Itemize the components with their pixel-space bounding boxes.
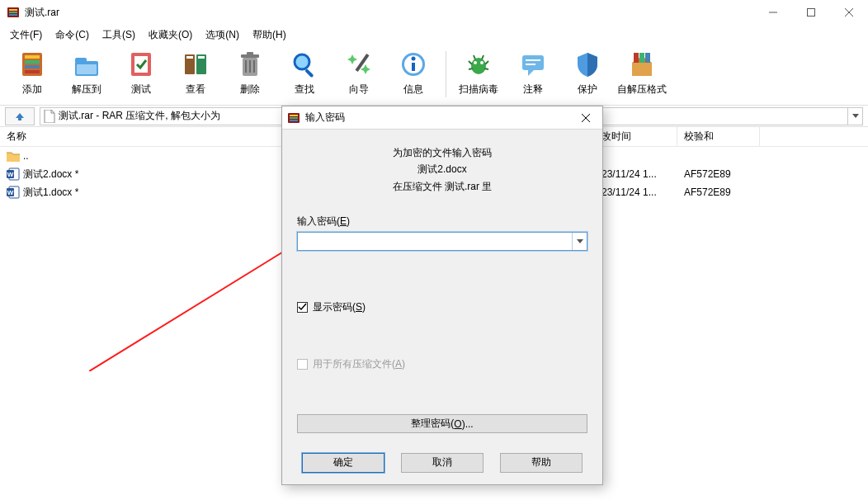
tool-label: 查找 bbox=[295, 83, 314, 97]
sfx-icon bbox=[627, 50, 657, 79]
menu-favorites[interactable]: 收藏夹(O) bbox=[142, 26, 199, 44]
maximize-button[interactable] bbox=[792, 0, 830, 25]
find-icon bbox=[290, 50, 319, 79]
tool-comment[interactable]: 注释 bbox=[506, 48, 560, 102]
password-input-wrap bbox=[297, 232, 587, 251]
tool-label: 添加 bbox=[22, 83, 42, 97]
nav-up-button[interactable] bbox=[5, 107, 35, 125]
file-crc-cell: AF572E89 bbox=[677, 168, 760, 180]
svg-rect-8 bbox=[25, 65, 40, 68]
svg-marker-29 bbox=[361, 64, 370, 74]
help-button[interactable]: 帮助 bbox=[500, 453, 583, 473]
col-mtime[interactable]: 改时间 bbox=[595, 127, 677, 146]
tool-label: 查看 bbox=[186, 83, 205, 97]
svg-rect-55 bbox=[290, 115, 298, 116]
all-archives-checkbox bbox=[297, 359, 308, 370]
menu-tools[interactable]: 工具(S) bbox=[96, 26, 142, 44]
dialog-close-button[interactable] bbox=[569, 106, 602, 130]
tool-protect[interactable]: 保护 bbox=[560, 48, 615, 102]
svg-rect-4 bbox=[808, 9, 815, 17]
dialog-titlebar: 输入密码 bbox=[282, 106, 602, 130]
comment-icon bbox=[518, 50, 548, 79]
organize-passwords-button[interactable]: 整理密码(O)... bbox=[297, 414, 587, 433]
show-password-row: 显示密码(S) bbox=[297, 300, 587, 314]
password-input-label: 输入密码(E) bbox=[297, 215, 587, 229]
tool-label: 自解压格式 bbox=[617, 83, 667, 97]
wizard-icon bbox=[344, 50, 374, 79]
delete-icon bbox=[235, 50, 265, 79]
cancel-button[interactable]: 取消 bbox=[401, 453, 484, 473]
up-arrow-icon bbox=[14, 111, 26, 121]
titlebar: 测试.rar bbox=[0, 0, 868, 25]
svg-rect-24 bbox=[253, 60, 255, 73]
tool-view[interactable]: 查看 bbox=[168, 48, 223, 102]
svg-rect-23 bbox=[249, 60, 251, 73]
password-input[interactable] bbox=[298, 233, 572, 250]
ok-button[interactable]: 确定 bbox=[302, 453, 384, 473]
menu-help[interactable]: 帮助(H) bbox=[246, 26, 293, 44]
address-dropdown[interactable] bbox=[847, 107, 862, 125]
tool-info[interactable]: 信息 bbox=[386, 48, 441, 102]
all-archives-label: 用于所有压缩文件(A) bbox=[313, 357, 405, 371]
tool-delete[interactable]: 删除 bbox=[223, 48, 277, 102]
protect-icon bbox=[573, 50, 602, 79]
file-name: .. bbox=[23, 150, 29, 162]
address-text: 测试.rar - RAR 压缩文件, 解包大小为 bbox=[59, 109, 220, 123]
menu-options[interactable]: 选项(N) bbox=[199, 26, 246, 44]
tool-label: 测试 bbox=[131, 83, 151, 97]
svg-rect-26 bbox=[304, 68, 314, 78]
svg-rect-12 bbox=[77, 64, 97, 74]
file-name: 测试1.docx * bbox=[23, 186, 78, 200]
svg-rect-44 bbox=[639, 53, 644, 63]
window-close-button[interactable] bbox=[830, 0, 868, 25]
svg-rect-1 bbox=[9, 9, 17, 11]
svg-rect-40 bbox=[526, 64, 535, 65]
file-name: 测试2.docx * bbox=[23, 167, 78, 182]
check-icon bbox=[298, 303, 307, 312]
folder-up-icon bbox=[7, 150, 20, 162]
winrar-icon bbox=[287, 111, 300, 125]
dialog-title: 输入密码 bbox=[305, 111, 569, 125]
tool-label: 信息 bbox=[403, 83, 423, 97]
svg-rect-39 bbox=[526, 59, 540, 61]
svg-point-35 bbox=[474, 61, 477, 64]
svg-line-52 bbox=[89, 244, 295, 371]
svg-marker-38 bbox=[528, 69, 535, 76]
show-password-checkbox[interactable] bbox=[297, 302, 308, 313]
virus-icon bbox=[464, 50, 493, 79]
svg-text:W: W bbox=[7, 171, 14, 178]
tool-find[interactable]: 查找 bbox=[277, 48, 332, 102]
tool-sfx[interactable]: 自解压格式 bbox=[615, 48, 669, 102]
svg-rect-21 bbox=[247, 52, 253, 55]
svg-marker-28 bbox=[347, 54, 357, 64]
menu-file[interactable]: 文件(F) bbox=[3, 26, 49, 44]
svg-rect-43 bbox=[634, 53, 639, 63]
svg-rect-17 bbox=[186, 56, 193, 59]
minimize-button[interactable] bbox=[754, 0, 792, 25]
word-doc-icon: W bbox=[7, 186, 20, 199]
file-mtime-cell: 23/11/24 1... bbox=[595, 168, 677, 180]
svg-point-33 bbox=[412, 57, 416, 61]
file-crc-cell: AF572E89 bbox=[677, 186, 760, 198]
tool-extract[interactable]: 解压到 bbox=[59, 48, 114, 102]
test-icon bbox=[126, 50, 156, 79]
toolbar-separator bbox=[446, 51, 446, 97]
tool-virus[interactable]: 扫描病毒 bbox=[451, 48, 506, 102]
svg-rect-32 bbox=[412, 63, 415, 71]
col-crc[interactable]: 校验和 bbox=[677, 127, 760, 146]
dialog-message-line3: 在压缩文件 测试.rar 里 bbox=[297, 178, 587, 195]
word-doc-icon: W bbox=[7, 167, 20, 181]
svg-rect-14 bbox=[134, 56, 148, 73]
tool-wizard[interactable]: 向导 bbox=[332, 48, 386, 102]
svg-point-25 bbox=[295, 54, 309, 69]
password-history-dropdown[interactable] bbox=[572, 233, 587, 250]
tool-add[interactable]: 添加 bbox=[5, 48, 59, 102]
tool-test[interactable]: 测试 bbox=[114, 48, 168, 102]
svg-rect-56 bbox=[290, 117, 298, 119]
menu-commands[interactable]: 命令(C) bbox=[49, 26, 96, 44]
svg-rect-9 bbox=[25, 70, 40, 73]
svg-text:W: W bbox=[7, 189, 14, 196]
svg-rect-3 bbox=[9, 14, 17, 16]
winrar-icon bbox=[7, 6, 20, 19]
tool-label: 注释 bbox=[523, 83, 543, 97]
